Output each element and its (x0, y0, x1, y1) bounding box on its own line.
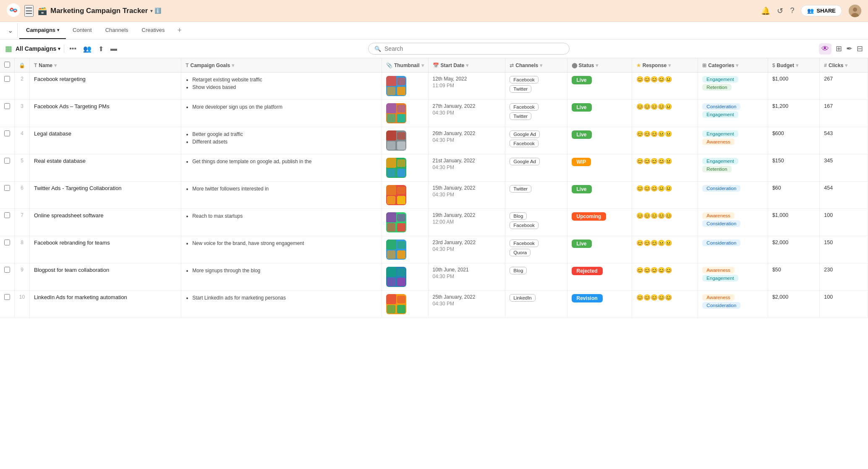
row-checkbox[interactable] (4, 185, 10, 191)
col-categories[interactable]: ⊞ Categories ▾ (698, 58, 768, 73)
campaign-name-cell[interactable]: Facebook retargeting (30, 73, 181, 100)
col-clicks-sort-icon[interactable]: ▾ (845, 63, 847, 68)
help-button[interactable]: ? (790, 6, 794, 15)
channel-badge[interactable]: Google Ad (510, 130, 540, 138)
hide-fields-button[interactable]: 👁 (819, 43, 831, 55)
response-emojis: 😊😊😊😐😐 (636, 130, 672, 137)
search-input[interactable] (384, 45, 563, 52)
history-button[interactable]: ↺ (777, 6, 783, 16)
row-checkbox[interactable] (4, 103, 10, 109)
campaign-name-cell[interactable]: Facebook rebranding for teams (30, 236, 181, 263)
channel-badge[interactable]: LinkedIn (510, 294, 535, 302)
channel-badge[interactable]: Google Ad (510, 158, 540, 165)
channel-badge[interactable]: Facebook (510, 240, 539, 247)
col-budget-sort-icon[interactable]: ▾ (796, 63, 798, 68)
share-button[interactable]: 👥 SHARE (801, 5, 842, 16)
channel-badge[interactable]: Twitter (510, 112, 531, 120)
channel-badge[interactable]: Quora (510, 249, 531, 256)
status-badge: Live (572, 103, 592, 112)
start-time: 04:30 PM (433, 164, 501, 170)
info-icon[interactable]: ℹ️ (154, 8, 161, 14)
row-checkbox[interactable] (4, 267, 10, 273)
col-start-date[interactable]: 📅 Start Date ▾ (428, 58, 505, 73)
table-row: 3Facebook Ads – Targeting PMsMore develo… (0, 100, 868, 127)
channel-badge[interactable]: Facebook (510, 76, 539, 83)
thumbnail (386, 130, 406, 151)
clicks-cell: 150 (820, 236, 868, 263)
col-thumbnail[interactable]: 📎 Thumbnail ▾ (382, 58, 428, 73)
row-checkbox[interactable] (4, 130, 10, 136)
svg-rect-28 (387, 196, 395, 204)
col-budget[interactable]: $ Budget ▾ (768, 58, 819, 73)
col-channels-sort-icon[interactable]: ▾ (540, 63, 542, 68)
campaign-name-cell[interactable]: Twitter Ads - Targeting Collaboration (30, 182, 181, 209)
channel-badge[interactable]: Facebook (510, 140, 539, 147)
col-response-sort-icon[interactable]: ▾ (668, 63, 671, 68)
tab-channels[interactable]: Channels (99, 22, 135, 39)
col-status-sort-icon[interactable]: ▾ (596, 63, 598, 68)
campaign-name-cell[interactable]: Blogpost for team collaboration (30, 263, 181, 291)
col-clicks[interactable]: # Clicks ▾ (820, 58, 868, 73)
col-thumbnail-sort-icon[interactable]: ▾ (421, 63, 424, 68)
more-view-options-button[interactable]: ⊟ (857, 44, 863, 53)
col-goals-sort-icon[interactable]: ▾ (232, 63, 234, 68)
table-row: 2Facebook retargetingRetarget existing w… (0, 73, 868, 100)
col-goals[interactable]: T Campaign Goals ▾ (181, 58, 382, 73)
svg-rect-7 (397, 78, 405, 85)
col-categories-sort-icon[interactable]: ▾ (736, 63, 738, 68)
col-name[interactable]: T Name ▾ (30, 58, 181, 73)
select-all-checkbox[interactable] (4, 62, 10, 68)
channel-badge[interactable]: Facebook (510, 221, 539, 229)
row-checkbox[interactable] (4, 240, 10, 245)
title-chevron-icon[interactable]: ▾ (150, 8, 153, 14)
row-checkbox[interactable] (4, 158, 10, 164)
more-options-button[interactable]: ••• (68, 44, 78, 53)
channel-badge[interactable]: Blog (510, 267, 527, 274)
campaign-name-cell[interactable]: Legal database (30, 127, 181, 154)
channel-badge[interactable]: Twitter (510, 185, 531, 193)
channel-badge[interactable]: Facebook (510, 103, 539, 111)
sort-button[interactable]: ✒ (846, 44, 852, 53)
col-channels[interactable]: ⇄ Channels ▾ (505, 58, 567, 73)
campaign-name: LinkedIn Ads for marketing automation (34, 294, 127, 300)
campaign-name-cell[interactable]: Facebook Ads – Targeting PMs (30, 100, 181, 127)
row-number: 2 (15, 73, 30, 100)
campaign-name-cell[interactable]: Real estate database (30, 154, 181, 182)
add-tab-button[interactable]: + (171, 23, 188, 38)
embed-button[interactable]: ▬ (109, 44, 119, 53)
tab-campaigns[interactable]: Campaigns ▾ (19, 22, 66, 39)
col-name-sort-icon[interactable]: ▾ (54, 63, 57, 68)
grid-view-icon: ▦ (5, 44, 12, 53)
col-start-date-icon: 📅 (433, 63, 439, 68)
tab-creatives[interactable]: Creatives (135, 22, 172, 39)
table-row: 5Real estate databaseGet things done tem… (0, 154, 868, 182)
campaign-name-cell[interactable]: LinkedIn Ads for marketing automation (30, 291, 181, 318)
filter-button[interactable]: ⊞ (836, 44, 842, 53)
row-checkbox[interactable] (4, 212, 10, 218)
col-response[interactable]: ★ Response ▾ (632, 58, 698, 73)
tab-content[interactable]: Content (66, 22, 99, 39)
search-input-wrap[interactable]: 🔍 (368, 43, 570, 55)
col-checkbox (0, 58, 15, 73)
col-status[interactable]: ⬤ Status ▾ (567, 58, 632, 73)
svg-rect-25 (386, 185, 396, 195)
row-number: 5 (15, 154, 30, 182)
campaign-goals-cell: More developer sign ups on the platform (181, 100, 382, 127)
group-button[interactable]: 👥 (81, 44, 93, 54)
start-date: 15th January, 2022 (433, 185, 501, 191)
notification-button[interactable]: 🔔 (761, 6, 770, 16)
channel-badge[interactable]: Blog (510, 212, 527, 220)
row-checkbox[interactable] (4, 294, 10, 300)
goal-item: Reach to max startups (192, 212, 377, 220)
all-campaigns-button[interactable]: All Campaigns ▾ (16, 45, 60, 52)
share-view-button[interactable]: ⬆ (97, 44, 105, 54)
channel-badge[interactable]: Twitter (510, 85, 531, 93)
hamburger-menu[interactable]: ☰ (24, 5, 34, 17)
svg-rect-26 (397, 196, 405, 204)
collapse-button[interactable]: ⌄ (3, 23, 18, 38)
campaign-name-cell[interactable]: Online spreadsheet software (30, 209, 181, 236)
row-checkbox[interactable] (4, 76, 10, 82)
category-badge: Consideration (702, 240, 740, 246)
svg-rect-31 (397, 223, 405, 232)
col-start-date-sort-icon[interactable]: ▾ (466, 63, 468, 68)
